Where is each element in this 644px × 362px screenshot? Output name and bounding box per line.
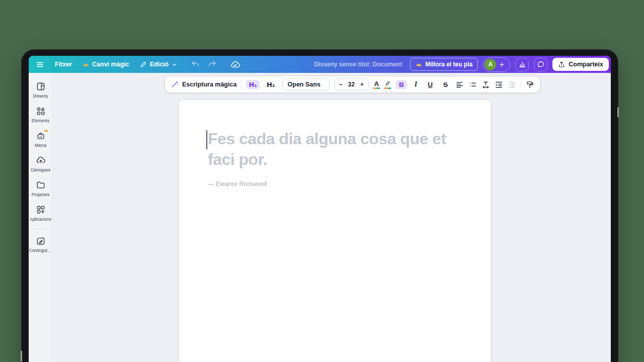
toolbar-divider xyxy=(521,80,521,88)
editor-main: Disseny Elements co Marca xyxy=(29,73,611,362)
desktop-background: { "header": { "fitxer": "Fitxer", "canvi… xyxy=(0,0,644,362)
document-heading-placeholder[interactable]: Fes cada dia alguna cosa que et faci por… xyxy=(208,129,465,170)
magic-write-label: Escriptura màgica xyxy=(182,81,236,88)
crown-icon xyxy=(83,61,89,68)
app-window: Fitxer Canvi màgic Edició xyxy=(29,56,611,362)
edit-menu[interactable]: Edició xyxy=(140,61,178,68)
share-button[interactable]: Comparteix xyxy=(552,58,609,71)
sidebar-item-label: Aplicacions xyxy=(30,217,51,222)
sidebar-divider xyxy=(33,229,48,229)
hamburger-icon xyxy=(36,60,44,69)
file-menu[interactable]: Fitxer xyxy=(55,61,72,68)
upgrade-plan-button[interactable]: Millora el teu pla xyxy=(410,58,478,71)
undo-button[interactable] xyxy=(191,60,200,69)
text-toolbar: Escriptura màgica H₁ H₂ Open Sans − 32 +… xyxy=(165,76,540,93)
home-menu-button[interactable] xyxy=(36,60,44,69)
text-cursor xyxy=(206,130,207,149)
rainbow-color-bar xyxy=(373,87,380,89)
magic-switch-menu[interactable]: Canvi màgic xyxy=(83,61,129,68)
sidebar-rail: Disseny Elements co Marca xyxy=(29,73,53,362)
strikethrough-button[interactable]: S xyxy=(440,80,451,89)
sidebar-item-design[interactable]: Disseny xyxy=(29,78,52,103)
bar-chart-icon xyxy=(518,60,526,68)
insights-button[interactable] xyxy=(515,58,529,71)
edit-menu-label: Edició xyxy=(150,61,169,68)
sidebar-item-content-planner[interactable]: Contingut … xyxy=(29,232,52,257)
heading-line-1: Fes cada dia alguna cosa que et xyxy=(208,129,465,149)
upgrade-plan-label: Millora el teu pla xyxy=(425,61,472,68)
top-navbar: Fitxer Canvi màgic Edició xyxy=(29,56,611,73)
sidebar-item-apps[interactable]: Aplicacions xyxy=(29,201,52,226)
magic-switch-label: Canvi màgic xyxy=(92,61,129,68)
uploads-cloud-icon xyxy=(36,155,46,165)
bezel-reflection xyxy=(21,350,22,361)
outdent-button[interactable] xyxy=(508,80,516,89)
comments-button[interactable] xyxy=(534,58,547,71)
file-menu-label: Fitxer xyxy=(55,61,72,68)
rainbow-color-bar xyxy=(384,87,391,89)
letter-spacing-button[interactable] xyxy=(481,80,490,89)
font-size-value[interactable]: 32 xyxy=(348,81,355,88)
crown-icon xyxy=(416,61,422,68)
bezel-reflection xyxy=(617,107,619,117)
magic-write-button[interactable]: Escriptura màgica xyxy=(171,80,236,88)
sidebar-item-uploads[interactable]: Càrregues xyxy=(29,152,52,176)
sidebar-item-label: Marca xyxy=(35,143,47,148)
magic-wand-icon xyxy=(171,80,179,88)
font-size-stepper: − 32 + xyxy=(334,78,369,90)
bullet-list-button[interactable] xyxy=(468,80,477,89)
sidebar-item-brand[interactable]: co Marca xyxy=(29,127,52,152)
text-color-letter: A xyxy=(374,80,379,87)
sidebar-item-label: Projectes xyxy=(32,192,49,197)
sidebar-item-label: Elements xyxy=(32,118,49,123)
indent-button[interactable] xyxy=(495,80,503,89)
sidebar-item-label: Contingut … xyxy=(29,248,52,253)
redo-button[interactable] xyxy=(208,60,217,69)
avatar[interactable]: A xyxy=(485,59,496,70)
attribution-placeholder: — Eleanor Roosevelt xyxy=(208,180,465,188)
folder-icon xyxy=(36,180,46,190)
text-align-button[interactable] xyxy=(455,80,464,89)
navbar-right: Disseny sense títol: Document Millora el… xyxy=(314,57,609,72)
italic-button[interactable]: I xyxy=(412,79,420,89)
toolbar-divider xyxy=(241,80,242,88)
font-family-selector[interactable]: Open Sans xyxy=(282,78,330,90)
history-controls xyxy=(191,60,217,69)
underline-button[interactable]: U xyxy=(425,80,436,89)
content-planner-icon xyxy=(36,236,46,246)
sidebar-item-projects[interactable]: Projectes xyxy=(29,176,52,201)
document-title[interactable]: Disseny sense títol: Document xyxy=(314,61,402,68)
share-button-label: Comparteix xyxy=(569,61,603,68)
document-page[interactable]: Fes cada dia alguna cosa que et faci por… xyxy=(179,100,491,362)
sidebar-item-label: Disseny xyxy=(33,94,48,99)
font-size-decrease-button[interactable]: − xyxy=(339,81,343,88)
sidebar-item-label: Càrregues xyxy=(31,167,51,172)
heading-line-2: faci por. xyxy=(208,149,465,170)
highlighter-pen-icon xyxy=(384,80,391,87)
svg-text:co: co xyxy=(39,135,42,138)
apps-grid-icon xyxy=(36,205,46,215)
navbar-left: Fitxer Canvi màgic Edició xyxy=(36,60,240,69)
design-icon xyxy=(36,81,46,92)
sidebar-item-elements[interactable]: Elements xyxy=(29,103,52,127)
heading1-button[interactable]: H₁ xyxy=(246,80,260,89)
bold-button[interactable]: B xyxy=(396,80,407,89)
text-color-button[interactable]: A xyxy=(373,80,380,89)
chevron-down-icon xyxy=(172,62,177,67)
paint-roller-button[interactable] xyxy=(526,80,534,89)
pro-crown-badge xyxy=(43,128,49,133)
comment-bubble-icon xyxy=(537,60,545,68)
share-upload-icon xyxy=(558,61,565,68)
add-member-icon[interactable] xyxy=(499,61,505,68)
highlight-color-button[interactable] xyxy=(384,80,391,89)
editor-canvas: Escriptura màgica H₁ H₂ Open Sans − 32 +… xyxy=(53,73,611,362)
account-switcher[interactable]: A xyxy=(483,57,510,72)
heading2-button[interactable]: H₂ xyxy=(264,80,278,89)
document-body: Fes cada dia alguna cosa que et faci por… xyxy=(179,100,491,188)
elements-icon xyxy=(36,106,46,116)
cloud-save-status-icon[interactable] xyxy=(230,60,240,69)
monitor-frame: Fitxer Canvi màgic Edició xyxy=(21,49,618,362)
font-size-increase-button[interactable]: + xyxy=(360,81,364,88)
pencil-icon xyxy=(140,61,147,68)
